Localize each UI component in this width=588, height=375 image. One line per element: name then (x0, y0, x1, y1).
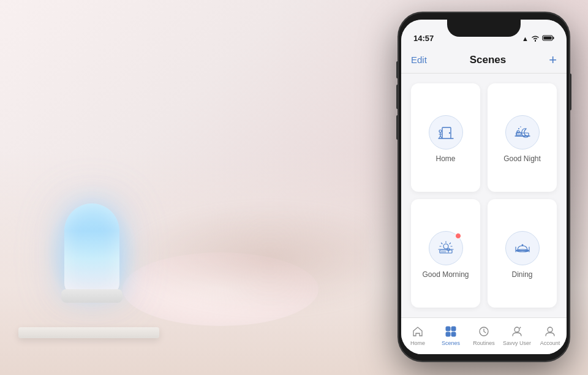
notification-dot (455, 233, 461, 239)
svg-point-33 (548, 327, 552, 332)
tab-routines[interactable]: Routines (467, 324, 500, 346)
signal-icon: ▲ (522, 35, 529, 42)
svg-rect-27 (451, 327, 456, 331)
svg-line-15 (441, 243, 442, 244)
tab-scenes-icon (443, 324, 458, 339)
add-scene-button[interactable]: + (549, 53, 557, 67)
svg-point-4 (448, 132, 450, 133)
phone-mockup: 14:57 ▲ (398, 12, 570, 362)
phone-screen: 14:57 ▲ (401, 20, 567, 354)
tab-routines-label: Routines (473, 340, 495, 346)
tab-scenes-label: Scenes (442, 340, 460, 346)
phone-mute-button (396, 61, 398, 78)
scene-icon-home (429, 115, 463, 150)
svg-rect-2 (544, 37, 552, 40)
scene-card-good-morning[interactable]: Good Morning (411, 199, 480, 308)
svg-rect-29 (451, 332, 456, 336)
lamp (49, 191, 135, 314)
scene-card-home[interactable]: Home (411, 83, 480, 192)
scene-label-dining: Dining (511, 270, 532, 279)
scene-icon-good-morning (429, 231, 463, 265)
status-icons: ▲ (522, 34, 554, 43)
tab-routines-icon (477, 324, 491, 339)
app-header: Edit Scenes + (401, 47, 567, 74)
tab-home[interactable]: Home (401, 324, 434, 346)
tab-scenes[interactable]: Scenes (434, 324, 467, 346)
page-title: Scenes (470, 54, 507, 66)
scene-card-good-night[interactable]: Good Night (488, 83, 557, 192)
edit-button[interactable]: Edit (411, 55, 427, 65)
scene-icon-good-night (505, 115, 540, 150)
phone-power-button (570, 74, 571, 110)
tab-account-label: Account (540, 340, 560, 346)
scene-label-good-night: Good Night (503, 154, 541, 163)
status-time: 14:57 (413, 34, 434, 43)
phone-volume-up-button (396, 85, 398, 109)
svg-rect-28 (446, 332, 450, 336)
table-surface (18, 327, 159, 338)
lamp-base (61, 289, 123, 303)
svg-point-6 (518, 128, 519, 129)
person-silhouette (123, 203, 368, 314)
svg-point-7 (520, 126, 521, 127)
tab-account[interactable]: Account (533, 324, 567, 346)
wifi-icon (531, 34, 540, 43)
svg-rect-1 (553, 37, 554, 39)
scene-label-good-morning: Good Morning (422, 270, 469, 279)
scene-label-home: Home (435, 154, 455, 163)
lamp-body (64, 203, 119, 295)
tab-savvy-user[interactable]: Savvy User (500, 324, 533, 346)
tab-savvy-user-label: Savvy User (503, 340, 531, 346)
tab-bar: Home Scenes (401, 317, 567, 354)
svg-point-22 (521, 244, 523, 246)
svg-point-31 (514, 327, 519, 332)
svg-line-14 (450, 243, 451, 244)
phone-notch (447, 20, 521, 37)
svg-point-5 (439, 130, 442, 132)
svg-point-32 (520, 327, 521, 328)
tab-home-label: Home (410, 340, 425, 346)
phone-volume-down-button (396, 115, 398, 140)
tab-home-icon (410, 324, 425, 339)
battery-icon (542, 34, 554, 43)
scenes-grid: Home (401, 74, 567, 317)
svg-rect-26 (446, 327, 450, 331)
tab-savvy-user-icon (510, 324, 524, 339)
scene-icon-dining (505, 231, 540, 265)
tab-account-icon (543, 324, 557, 339)
scene-card-dining[interactable]: Dining (488, 199, 557, 308)
